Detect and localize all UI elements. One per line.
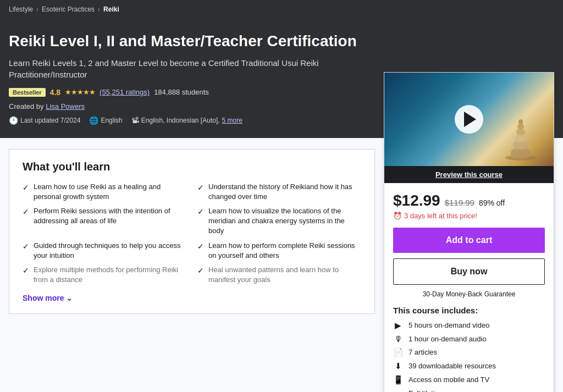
mobile-icon: 📱 [393, 375, 403, 385]
include-audio: 🎙 1 hour on-demand audio [393, 334, 545, 344]
show-more-button[interactable]: Show more ⌄ [23, 294, 361, 302]
learn-text-3: Learn how to visualize the locations of … [208, 206, 361, 236]
show-more-label: Show more [23, 294, 64, 302]
students-count: 184,888 students [154, 88, 209, 96]
download-icon: ⬇ [393, 361, 403, 371]
money-back-label: 30-Day Money-Back Guarantee [393, 290, 545, 298]
include-articles-text: 7 articles [409, 348, 437, 356]
learn-text-5: Learn how to perform complete Reiki sess… [208, 241, 361, 261]
globe-icon: 🌐 [89, 116, 98, 125]
rating-row: Bestseller 4.8 ★★★★★ (55,251 ratings) 18… [9, 88, 372, 97]
learn-box: What you'll learn ✓ Learn how to use Rei… [9, 149, 375, 314]
language-item: 🌐 English [89, 116, 122, 125]
creator-prefix: Created by [9, 102, 44, 111]
learn-title: What you'll learn [23, 161, 361, 173]
cc-icon: 📽 [131, 116, 139, 125]
stones-decoration [504, 117, 537, 161]
urgency-label: ⏰ 3 days left at this price! [393, 212, 545, 220]
rating-number: 4.8 [50, 88, 60, 97]
price-current: $12.99 [393, 192, 440, 209]
svg-rect-1 [511, 148, 531, 158]
learn-item-7: ✓ Heal unwanted patterns and learn how t… [197, 265, 361, 285]
breadcrumb-bar: Lifestyle › Esoteric Practices › Reiki [0, 0, 563, 19]
learn-item-0: ✓ Learn how to use Reiki as a healing an… [23, 182, 186, 202]
creator-link[interactable]: Lisa Powers [46, 102, 85, 111]
check-icon-7: ✓ [197, 266, 204, 277]
last-updated: 🕐 Last updated 7/2024 [9, 116, 80, 125]
chevron-down-icon: ⌄ [66, 294, 73, 302]
rating-count[interactable]: (55,251 ratings) [100, 88, 150, 96]
include-mobile-text: Access on mobile and TV [409, 376, 489, 384]
bestseller-badge: Bestseller [9, 88, 46, 97]
check-icon-5: ✓ [197, 241, 204, 252]
learn-item-5: ✓ Learn how to perform complete Reiki se… [197, 241, 361, 261]
learn-item-1: ✓ Understand the history of Reikiand how… [197, 182, 361, 202]
course-sidebar: Preview this course $12.99 $119.99 89% o… [384, 72, 554, 392]
learn-item-4: ✓ Guided through techniques to help you … [23, 241, 186, 261]
learn-text-2: Perform Reiki sessions with the intentio… [34, 206, 186, 226]
include-video: ▶ 5 hours on-demand video [393, 321, 545, 330]
learn-text-0: Learn how to use Reiki as a healing and … [34, 182, 186, 202]
buy-now-button[interactable]: Buy now [393, 258, 545, 285]
learn-item-3: ✓ Learn how to visualize the locations o… [197, 206, 361, 236]
learn-text-1: Understand the history of Reikiand how i… [208, 182, 361, 202]
check-icon-3: ✓ [197, 207, 204, 218]
include-audio-text: 1 hour on-demand audio [409, 335, 487, 343]
video-preview[interactable]: Preview this course [384, 73, 554, 183]
meta-row: 🕐 Last updated 7/2024 🌐 English 📽 Englis… [9, 116, 372, 125]
subtitles-item: 📽 English, Indonesian [Auto], 5 more [131, 116, 242, 125]
include-articles: 📄 7 articles [393, 347, 545, 357]
alarm-icon: ⏰ [393, 212, 402, 220]
check-icon-4: ✓ [23, 241, 29, 252]
include-lifetime: ∞ Full lifetime access [393, 389, 545, 392]
course-title: Reiki Level I, II and Master/Teacher Cer… [9, 32, 372, 51]
creator-row: Created by Lisa Powers [9, 102, 372, 111]
learn-text-7: Heal unwanted patterns and learn how to … [208, 265, 361, 285]
breadcrumb-sep-1: › [36, 5, 38, 13]
check-icon-6: ✓ [23, 266, 29, 277]
include-video-text: 5 hours on-demand video [409, 321, 489, 329]
learn-item-6: ✓ Explore multiple methods for performin… [23, 265, 186, 285]
learn-text-6: Explore multiple methods for performing … [34, 265, 186, 285]
clock-icon: 🕐 [9, 116, 18, 125]
include-resources: ⬇ 39 downloadable resources [393, 361, 545, 371]
video-icon: ▶ [393, 321, 403, 330]
check-icon-2: ✓ [23, 207, 29, 218]
breadcrumb-esoteric[interactable]: Esoteric Practices [42, 5, 95, 13]
urgency-text: 3 days left at this price! [404, 212, 477, 220]
infinity-icon: ∞ [393, 389, 403, 392]
includes-title: This course includes: [393, 306, 545, 315]
video-thumbnail[interactable] [384, 73, 554, 166]
include-lifetime-text: Full lifetime access [409, 389, 469, 392]
include-mobile: 📱 Access on mobile and TV [393, 375, 545, 385]
svg-rect-2 [513, 141, 528, 150]
price-discount: 89% off [479, 198, 505, 207]
check-icon-1: ✓ [197, 183, 204, 194]
svg-rect-5 [517, 124, 524, 129]
breadcrumb-lifestyle[interactable]: Lifestyle [9, 5, 33, 13]
learn-text-4: Guided through techniques to help you ac… [34, 241, 186, 261]
main-layout: What you'll learn ✓ Learn how to use Rei… [0, 138, 563, 392]
play-button[interactable] [455, 105, 483, 134]
subtitles-text: English, Indonesian [Auto], [141, 117, 220, 124]
audio-icon: 🎙 [393, 334, 403, 344]
include-resources-text: 39 downloadable resources [409, 362, 496, 370]
price-original: $119.99 [445, 198, 474, 207]
sidebar-body: $12.99 $119.99 89% off ⏰ 3 days left at … [384, 183, 554, 392]
last-updated-text: Last updated 7/2024 [20, 117, 80, 124]
preview-label[interactable]: Preview this course [384, 166, 554, 183]
article-icon: 📄 [393, 347, 403, 357]
learn-item-2: ✓ Perform Reiki sessions with the intent… [23, 206, 186, 236]
learn-grid: ✓ Learn how to use Reiki as a healing an… [23, 182, 361, 285]
breadcrumb-current: Reiki [103, 5, 119, 13]
price-row: $12.99 $119.99 89% off [393, 192, 545, 209]
svg-rect-4 [516, 129, 525, 135]
more-subtitles-link[interactable]: 5 more [222, 117, 242, 124]
star-icons: ★★★★★ [65, 88, 95, 96]
svg-rect-3 [515, 134, 527, 142]
hero-left: Reiki Level I, II and Master/Teacher Cer… [9, 32, 383, 125]
language-text: English [101, 117, 122, 124]
add-to-cart-button[interactable]: Add to cart [393, 228, 545, 253]
main-content: What you'll learn ✓ Learn how to use Rei… [0, 138, 384, 334]
course-subtitle: Learn Reiki Levels 1, 2 and Master Level… [9, 57, 372, 80]
